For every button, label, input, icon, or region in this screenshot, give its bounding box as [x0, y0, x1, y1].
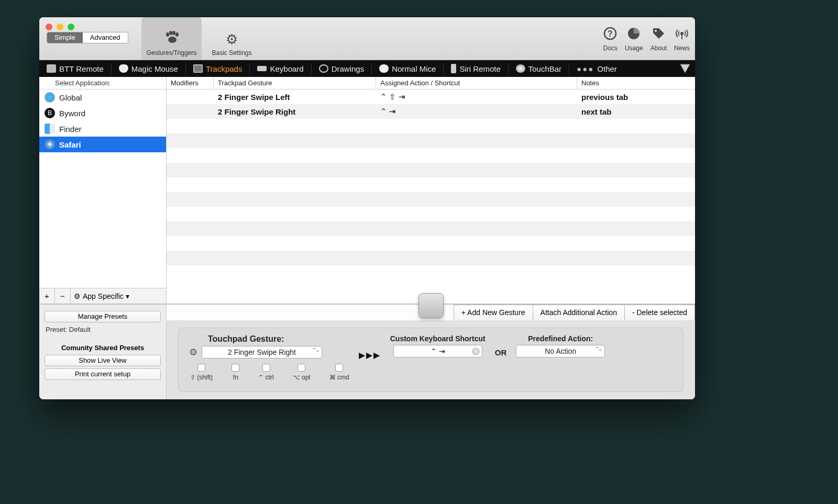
manage-presets-button[interactable]: Manage Presets	[45, 311, 161, 322]
bottom-bar: Manage Presets Preset: Default Comunity …	[39, 304, 695, 399]
globe-icon: 🌐	[45, 92, 55, 103]
col-modifiers[interactable]: Modifiers	[167, 77, 214, 89]
mod-cmd-checkbox[interactable]	[335, 364, 343, 372]
svg-point-0	[166, 32, 169, 37]
svg-point-4	[168, 37, 177, 43]
col-gesture[interactable]: Trackpad Gesture	[214, 77, 376, 89]
remove-app-button[interactable]: −	[55, 288, 71, 304]
show-live-view-button[interactable]: Show Live View	[45, 355, 161, 366]
titlebar: Simple Advanced Gestures/Triggers ⚙ Basi…	[39, 17, 695, 60]
device-tab-bar: BTT Remote Magic Mouse Trackpads Keyboar…	[39, 60, 695, 77]
device-tab-btt-remote[interactable]: BTT Remote	[39, 60, 111, 77]
drag-handle[interactable]	[418, 293, 444, 318]
app-item-safari[interactable]: ✧ Safari	[39, 137, 166, 152]
preset-label: Preset: Default	[45, 324, 161, 339]
col-notes[interactable]: Notes	[577, 77, 695, 89]
action-row: + Add New Gesture Attach Additional Acti…	[167, 305, 695, 320]
modifier-row: ⇧ (shift) fn ⌃ ctrl ⌥ opt ⌘ cmd	[189, 359, 349, 381]
table-body: 2 Finger Swipe Left ⌃ ⇧ ⇥ previous tab 2…	[167, 89, 695, 304]
device-tab-siri-remote[interactable]: Siri Remote	[444, 60, 508, 77]
mode-simple[interactable]: Simple	[47, 32, 83, 43]
svg-point-2	[172, 31, 175, 35]
app-list: 🌐 Global B Byword Finder ✧ Safari	[39, 89, 166, 288]
bottom-left-panel: Manage Presets Preset: Default Comunity …	[39, 305, 167, 399]
siri-remote-icon	[451, 64, 456, 73]
svg-point-3	[175, 32, 179, 37]
pie-icon	[627, 27, 641, 42]
add-app-button[interactable]: +	[39, 288, 55, 304]
attach-action-button[interactable]: Attach Additional Action	[533, 305, 625, 320]
sidebar-tools: + − ⚙ App Specific ▾	[39, 288, 166, 304]
finder-icon	[45, 124, 55, 134]
gear-icon[interactable]: ⚙	[189, 346, 197, 358]
toolbar-tab-gestures[interactable]: Gestures/Triggers	[141, 17, 202, 60]
mod-ctrl-checkbox[interactable]	[262, 364, 270, 372]
app-specific-menu[interactable]: ⚙ App Specific ▾	[71, 292, 166, 300]
safari-icon: ✧	[45, 139, 55, 150]
trackpad-icon	[193, 64, 203, 73]
app-item-finder[interactable]: Finder	[39, 121, 166, 137]
mouse-icon	[119, 64, 128, 73]
mod-fn-checkbox[interactable]	[231, 364, 239, 372]
toolbar-tab-settings[interactable]: ⚙ Basic Settings	[202, 17, 262, 60]
print-setup-button[interactable]: Print current setup	[45, 368, 161, 380]
main-area: Select Application: 🌐 Global B Byword Fi…	[39, 77, 695, 304]
close-icon[interactable]	[46, 24, 52, 30]
table-header: Modifiers Trackpad Gesture Assigned Acti…	[167, 77, 695, 89]
mode-segmented[interactable]: Simple Advanced	[47, 32, 128, 43]
zoom-icon[interactable]	[68, 24, 74, 30]
config-panel: Touchpad Gesture: ⚙ 2 Finger Swipe Right…	[167, 320, 695, 399]
remote-icon	[47, 64, 56, 73]
community-presets-title: Comunity Shared Presets	[45, 341, 161, 353]
gesture-select[interactable]: 2 Finger Swipe Right	[202, 346, 322, 359]
app-item-global[interactable]: 🌐 Global	[39, 89, 166, 105]
dots-icon: ●●●	[577, 64, 594, 73]
device-tab-other[interactable]: ●●●Other	[569, 60, 624, 77]
device-tab-normal-mice[interactable]: Normal Mice	[372, 60, 443, 77]
col-action[interactable]: Assigned Action / Shortcut	[376, 77, 577, 89]
mouse2-icon	[379, 64, 389, 73]
sidebar-header: Select Application:	[39, 77, 166, 89]
device-tab-touchbar[interactable]: TouchBar	[509, 60, 569, 77]
news-button[interactable]: News	[674, 27, 690, 52]
app-item-byword[interactable]: B Byword	[39, 105, 166, 121]
predefined-action-select[interactable]: No Action	[516, 345, 605, 357]
arrow-icon: ▶▶▶	[359, 334, 381, 360]
mode-advanced[interactable]: Advanced	[83, 32, 128, 43]
minimize-icon[interactable]	[57, 24, 63, 30]
svg-point-8	[655, 30, 657, 32]
shortcut-input[interactable]: ⌃ ⇥ ✕	[393, 345, 482, 357]
question-icon: ?	[603, 27, 617, 42]
device-tab-keyboard[interactable]: Keyboard	[250, 60, 311, 77]
keyboard-icon	[257, 66, 267, 71]
window: Simple Advanced Gestures/Triggers ⚙ Basi…	[39, 17, 695, 399]
window-controls	[46, 24, 74, 30]
mod-shift-checkbox[interactable]	[197, 364, 205, 372]
table-row[interactable]: 2 Finger Swipe Left ⌃ ⇧ ⇥ previous tab	[167, 89, 695, 104]
toolbar-tab-label: Basic Settings	[212, 49, 251, 57]
shortcut-title: Custom Keyboard Shortcut	[390, 334, 486, 343]
gesture-title: Touchpad Gesture:	[189, 334, 349, 346]
device-tab-magic-mouse[interactable]: Magic Mouse	[112, 60, 185, 77]
add-gesture-button[interactable]: + Add New Gesture	[454, 305, 533, 320]
gesture-table: Modifiers Trackpad Gesture Assigned Acti…	[167, 77, 695, 304]
tag-icon	[652, 27, 665, 42]
table-row[interactable]: 2 Finger Swipe Right ⌃ ⇥ next tab	[167, 104, 695, 119]
device-tab-drawings[interactable]: Drawings	[312, 60, 372, 77]
gear-icon: ⚙	[226, 32, 238, 46]
mod-opt-checkbox[interactable]	[297, 364, 305, 372]
delete-selected-button[interactable]: - Delete selected	[625, 305, 695, 320]
clear-icon[interactable]: ✕	[472, 348, 480, 355]
usage-button[interactable]: Usage	[625, 27, 643, 52]
about-button[interactable]: About	[650, 27, 667, 52]
touchbar-icon	[516, 64, 525, 73]
predefined-action-title: Predefined Action:	[528, 334, 593, 343]
byword-icon: B	[45, 108, 55, 118]
device-tab-trackpads[interactable]: Trackpads	[186, 60, 249, 77]
antenna-icon	[675, 27, 689, 42]
filter-button[interactable]	[678, 62, 692, 75]
svg-text:?: ?	[608, 29, 613, 38]
or-label: OR	[495, 334, 507, 357]
toolbar-tab-label: Gestures/Triggers	[147, 49, 197, 57]
docs-button[interactable]: ? Docs	[603, 27, 618, 52]
